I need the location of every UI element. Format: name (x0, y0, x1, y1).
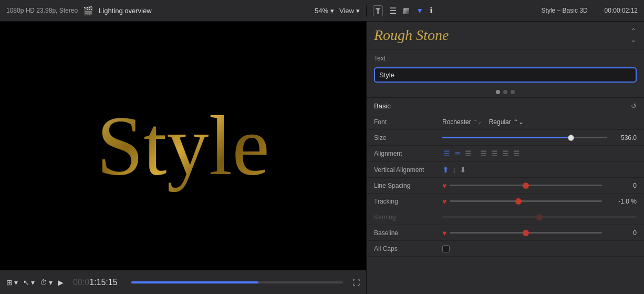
dot-3[interactable] (511, 90, 515, 94)
video-content: Style (0, 22, 366, 270)
grid-icon[interactable]: ▦ (403, 6, 410, 15)
line-spacing-slider[interactable] (450, 185, 602, 186)
kerning-row: Kerning (367, 209, 644, 225)
align-justify2-button[interactable]: ☰ (490, 148, 499, 159)
zoom-chevron-icon[interactable]: ▾ (330, 7, 334, 15)
tracking-slider[interactable] (450, 200, 602, 202)
alignment-prop-label: Alignment (374, 150, 442, 157)
baseline-row: Baseline ♥ 0 (367, 225, 644, 241)
baseline-value-area: ♥ 0 (442, 229, 637, 237)
vertical-alignment-row: Vertical Alignment ⬆ ↕ ⬇ (367, 162, 644, 178)
dot-1[interactable] (496, 90, 500, 94)
line-spacing-heart-icon: ♥ (442, 181, 446, 190)
lines-icon[interactable]: ☰ (389, 6, 397, 16)
baseline-value: 0 (605, 229, 637, 237)
line-spacing-value: 0 (605, 182, 637, 189)
style-basic-label: Style – Basic 3D (542, 7, 588, 14)
all-caps-checkbox-area (442, 245, 450, 252)
font-row: Font Rochester ⌃⌄ Regular ⌃⌄ (367, 114, 644, 130)
speed-chevron-icon: ▾ (49, 278, 53, 287)
view-label: View (339, 7, 354, 15)
film-icon: 🎬 (83, 6, 94, 16)
fullscreen-icon: ⛶ (352, 278, 360, 287)
alignment-buttons: ☰ ≣ ☰ ☰ ☰ ☰ ☰ (442, 148, 637, 159)
timecode-dim: 00:0 (73, 278, 89, 287)
all-caps-checkbox[interactable] (442, 245, 450, 252)
font-name-dropdown[interactable]: Rochester ⌃⌄ (442, 118, 482, 126)
tool-select-icon: ↖ (23, 278, 29, 287)
baseline-slider[interactable] (450, 232, 602, 234)
zoom-value: 54% (315, 7, 328, 15)
timeline-title: Lighting overview (99, 7, 151, 15)
rough-stone-title: Rough Stone (374, 27, 449, 44)
timecode-bright: 1:15:15 (89, 278, 117, 287)
video-controls: ⊞ ▾ ↖ ▾ ⏱ ▾ ▶ 00:01:15:15 ⛶ (0, 270, 366, 294)
style-text-input[interactable] (374, 67, 637, 83)
size-slider-thumb[interactable] (568, 135, 574, 141)
alignment-row: Alignment ☰ ≣ ☰ ☰ ☰ ☰ ☰ (367, 146, 644, 162)
style-input-row (367, 65, 644, 87)
style-text-wrapper: Style (97, 97, 269, 195)
font-style-dropdown[interactable]: Regular ⌃⌄ (489, 118, 524, 126)
info-icon[interactable]: ℹ (430, 6, 433, 15)
reset-icon[interactable]: ↺ (631, 102, 637, 110)
vertical-alignment-prop-label: Vertical Alignment (374, 166, 442, 174)
tracking-row: Tracking ♥ -1.0 % (367, 194, 644, 209)
font-name-chevron-icon: ⌃⌄ (473, 119, 482, 125)
size-slider[interactable] (442, 137, 607, 138)
view-control[interactable]: View ▾ (339, 7, 360, 15)
text-section-label: Text (367, 49, 644, 65)
valign-bottom-button[interactable]: ⬇ (460, 165, 466, 175)
play-button[interactable]: ▶ (58, 278, 64, 287)
align-justify-button[interactable]: ☰ (479, 148, 488, 159)
view-options-button[interactable]: ⊞ ▾ (6, 278, 18, 287)
progress-bar[interactable] (131, 281, 343, 283)
filter-icon[interactable]: ▼ (416, 6, 423, 15)
line-spacing-row: Line Spacing ♥ 0 (367, 178, 644, 194)
rough-stone-chevron-icon[interactable]: ⌃⌄ (630, 27, 637, 44)
align-justify3-button[interactable]: ☰ (501, 148, 510, 159)
rough-stone-header: Rough Stone ⌃⌄ (367, 22, 644, 49)
size-value: 536.0 (610, 134, 637, 141)
line-spacing-prop-label: Line Spacing (374, 182, 442, 189)
align-center-button[interactable]: ≣ (453, 148, 462, 159)
dots-row (367, 87, 644, 97)
timecode-display: 00:01:15:15 (73, 278, 118, 287)
speed-button[interactable]: ⏱ ▾ (40, 278, 53, 287)
fullscreen-button[interactable]: ⛶ (352, 278, 360, 287)
valign-middle-button[interactable]: ↕ (452, 165, 456, 175)
valign-top-button[interactable]: ⬆ (442, 165, 449, 175)
font-prop-label: Font (374, 118, 442, 126)
kerning-value-area (442, 216, 637, 218)
toolbar-icons: T ☰ ▦ ▼ ℹ (373, 5, 433, 16)
top-bar-left: 1080p HD 23.98p, Stereo 🎬 Lighting overv… (0, 6, 366, 16)
resolution-label: 1080p HD 23.98p, Stereo (6, 7, 78, 14)
dot-2[interactable] (503, 90, 507, 94)
right-panel: Rough Stone ⌃⌄ Text Basic ↺ Font Rochest… (366, 22, 644, 294)
font-name-label: Rochester (442, 118, 471, 126)
tracking-value: -1.0 % (605, 198, 637, 205)
video-panel: Style ⊞ ▾ ↖ ▾ ⏱ ▾ ▶ 00:01:15:15 (0, 22, 366, 294)
play-icon: ▶ (58, 278, 64, 287)
size-value-area: 536.0 (442, 134, 637, 141)
align-right-button[interactable]: ☰ (464, 148, 473, 159)
text-tool-icon[interactable]: T (373, 5, 383, 16)
view-options-chevron-icon: ▾ (14, 278, 18, 287)
baseline-prop-label: Baseline (374, 229, 442, 237)
tool-select-chevron-icon: ▾ (31, 278, 35, 287)
font-value-area: Rochester ⌃⌄ Regular ⌃⌄ (442, 118, 637, 126)
align-justify4-button[interactable]: ☰ (512, 148, 521, 159)
top-bar-right: T ☰ ▦ ▼ ℹ Style – Basic 3D 00:00:02:12 (366, 5, 644, 16)
all-caps-value-area (442, 245, 637, 252)
tracking-heart-icon: ♥ (442, 197, 446, 206)
tool-select-button[interactable]: ↖ ▾ (23, 278, 35, 287)
top-bar: 1080p HD 23.98p, Stereo 🎬 Lighting overv… (0, 0, 644, 22)
size-prop-label: Size (374, 134, 442, 141)
view-chevron-icon[interactable]: ▾ (356, 7, 360, 15)
tracking-value-area: ♥ -1.0 % (442, 197, 637, 206)
speed-icon: ⏱ (40, 278, 47, 287)
zoom-control[interactable]: 54% ▾ (315, 7, 334, 15)
top-timecode: 00:00:02:12 (605, 7, 638, 14)
align-left-button[interactable]: ☰ (442, 148, 451, 159)
style-text-display: Style (97, 97, 269, 195)
